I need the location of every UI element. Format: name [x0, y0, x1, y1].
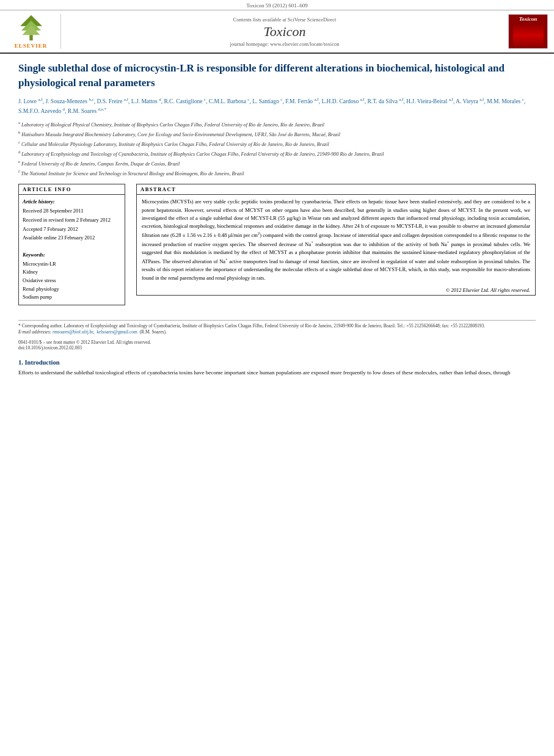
introduction-section: 1. Introduction Efforts to understand th…: [18, 359, 536, 377]
left-column: ARTICLE INFO Article history: Received 2…: [18, 184, 125, 311]
keyword-2: Kidney: [23, 268, 121, 277]
journal-title: Toxicon: [264, 24, 306, 40]
revised-date: Received in revised form 2 February 2012: [23, 216, 121, 224]
received-date: Received 28 September 2011: [23, 207, 121, 215]
bottom-footnotes: * Corresponding author. Laboratory of Ec…: [18, 320, 536, 336]
authors-line: J. Lowe a,f, J. Souza-Menezes b,c, D.S. …: [18, 96, 536, 117]
article-title: Single sublethal dose of microcystin-LR …: [18, 61, 536, 90]
elsevier-brand: ELSEVIER: [15, 43, 48, 49]
journal-thumbnail: Toxicon: [508, 14, 548, 49]
abstract-title: ABSTRACT: [137, 184, 535, 195]
journal-citation: Toxicon 59 (2012) 601–609: [0, 0, 554, 10]
keywords-list: Microcystin-LR Kidney Oxidative stress R…: [23, 260, 121, 302]
sciverse-text: Contents lists available at SciVerse Sci…: [233, 16, 337, 23]
keywords-label: Keywords:: [23, 251, 121, 259]
accepted-date: Accepted 7 February 2012: [23, 225, 121, 233]
affiliations: a Laboratory of Biological Physical Chem…: [18, 120, 536, 178]
introduction-heading: 1. Introduction: [18, 359, 536, 366]
available-date: Available online 23 February 2012: [23, 234, 121, 242]
journal-homepage: journal homepage: www.elsevier.com/locat…: [230, 41, 340, 47]
main-content: Single sublethal dose of microcystin-LR …: [0, 54, 554, 385]
elsevier-logo: ELSEVIER: [6, 14, 61, 49]
corresponding-author-note: * Corresponding author. Laboratory of Ec…: [18, 323, 536, 330]
abstract-box: ABSTRACT Microcystins (MCYSTs) are very …: [136, 184, 536, 295]
article-info-box: ARTICLE INFO Article history: Received 2…: [18, 184, 125, 305]
right-column: ABSTRACT Microcystins (MCYSTs) are very …: [136, 184, 536, 311]
elsevier-tree-icon: [13, 14, 49, 42]
history-label: Article history:: [23, 198, 121, 206]
keyword-4: Renal physiology: [23, 285, 121, 294]
keyword-1: Microcystin-LR: [23, 260, 121, 269]
keyword-5: Sodium pump: [23, 293, 121, 302]
article-info-title: ARTICLE INFO: [19, 184, 125, 195]
introduction-text: Efforts to understand the sublethal toxi…: [18, 369, 536, 377]
keyword-3: Oxidative stress: [23, 277, 121, 285]
doi-line: 0041-0101/$ – see front matter © 2012 El…: [18, 340, 536, 351]
svg-rect-0: [29, 35, 32, 40]
journal-center: Contents lists available at SciVerse Sci…: [66, 14, 503, 49]
article-body-twocol: ARTICLE INFO Article history: Received 2…: [18, 184, 536, 311]
abstract-text: Microcystins (MCYSTs) are very stable cy…: [137, 195, 535, 285]
copyright-line: © 2012 Elsevier Ltd. All rights reserved…: [137, 285, 535, 295]
email-addresses: E-mail addresses: rmsoares@biof.ufrj.br,…: [18, 329, 536, 336]
article-info-content: Article history: Received 28 September 2…: [19, 195, 125, 304]
journal-header: ELSEVIER Contents lists available at Sci…: [0, 10, 554, 54]
